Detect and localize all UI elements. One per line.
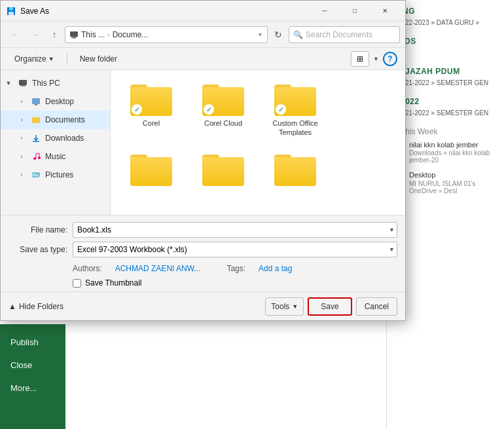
expander-desktop-icon: › bbox=[16, 96, 27, 107]
bg-section-3-sub: A 2021-2022 » SEMESTER GEN bbox=[392, 79, 499, 88]
view-icon: ⊞ bbox=[357, 54, 363, 64]
breadcrumb-chevron-icon: ▼ bbox=[257, 31, 263, 38]
svg-rect-12 bbox=[33, 141, 39, 142]
bg-section-4-sub: A 2021-2022 » SEMESTER GEN bbox=[392, 109, 499, 118]
svg-rect-8 bbox=[32, 98, 40, 104]
forward-icon: → bbox=[31, 29, 39, 39]
organize-label: Organize bbox=[14, 54, 46, 64]
file-grid: ✓ Corel ✓ Corel Cloud ✓ C bbox=[111, 70, 405, 215]
svg-rect-2 bbox=[9, 12, 14, 15]
bg-recent-1: nilai kkn kolab jember Downloads » nilai… bbox=[392, 140, 499, 164]
bg-section-2-title: oads bbox=[392, 37, 499, 46]
organize-button[interactable]: Organize ▼ bbox=[9, 51, 60, 67]
savetype-input[interactable] bbox=[73, 242, 397, 257]
search-placeholder: Search Documents bbox=[306, 30, 372, 39]
folder-corel[interactable]: ✓ Corel bbox=[118, 78, 184, 141]
svg-rect-1 bbox=[9, 7, 13, 10]
computer-icon bbox=[18, 78, 28, 88]
expander-pictures-icon: › bbox=[16, 170, 27, 180]
breadcrumb: This ... › Docume... ▼ bbox=[65, 26, 268, 43]
sidebar-item-desktop[interactable]: › Desktop bbox=[1, 92, 110, 111]
sidebar: ▼ This PC › Desktop bbox=[1, 70, 111, 215]
folder-custom-office[interactable]: ✓ Custom Office Templates bbox=[262, 78, 328, 141]
folder-custom-office-name: Custom Office Templates bbox=[265, 119, 325, 138]
svg-rect-11 bbox=[32, 117, 35, 119]
folder-icon-corel: ✓ bbox=[130, 82, 172, 116]
expander-music-icon: › bbox=[16, 151, 27, 162]
search-box[interactable]: 🔍 Search Documents bbox=[289, 26, 400, 43]
filename-input-wrap: ▼ bbox=[73, 222, 397, 238]
meta-row: Authors: ACHMAD ZAENI ANW... Tags: Add a… bbox=[9, 261, 397, 276]
bg-recent-2-name: Desktop bbox=[409, 170, 499, 179]
savetype-input-wrap: ▼ bbox=[73, 242, 397, 257]
hide-folders-arrow-icon: ▲ bbox=[9, 302, 16, 311]
toolbar-right: ⊞ ▼ ? bbox=[351, 51, 397, 67]
close-button[interactable]: ✕ bbox=[370, 1, 400, 22]
folder-4[interactable] bbox=[118, 148, 184, 193]
hide-folders-button[interactable]: ▲ Hide Folders bbox=[9, 302, 63, 311]
save-button[interactable]: Save bbox=[308, 297, 351, 316]
folder-corel-cloud-name: Corel Cloud bbox=[204, 119, 242, 128]
folder-5[interactable] bbox=[190, 148, 256, 193]
thumbnail-row: Save Thumbnail bbox=[9, 276, 397, 291]
tools-dropdown-icon: ▼ bbox=[292, 303, 298, 310]
action-bar: ▲ Hide Folders Tools ▼ Save Cancel bbox=[1, 291, 405, 320]
folder-6[interactable] bbox=[262, 148, 328, 193]
svg-rect-3 bbox=[70, 31, 78, 37]
refresh-icon: ↻ bbox=[274, 29, 282, 40]
bg-recent-2: Desktop MI NURUL ISLAM 01's OneDrive » D… bbox=[392, 170, 499, 194]
folder-icon-corel-cloud: ✓ bbox=[202, 82, 244, 116]
sidebar-item-this-pc[interactable]: ▼ This PC bbox=[1, 74, 110, 92]
folder-icon-custom-office: ✓ bbox=[274, 82, 316, 116]
sidebar-label-pictures: Pictures bbox=[45, 170, 105, 179]
sidebar-item-pictures[interactable]: › Pictures bbox=[1, 166, 110, 184]
sidebar-item-documents[interactable]: › Documents bbox=[1, 111, 110, 129]
up-button[interactable]: ↑ bbox=[45, 26, 63, 44]
folder-corel-cloud[interactable]: ✓ Corel Cloud bbox=[190, 78, 256, 141]
maximize-button[interactable]: □ bbox=[340, 1, 370, 22]
bg-section-4: U 2022 A 2021-2022 » SEMESTER GEN bbox=[392, 97, 499, 118]
svg-rect-6 bbox=[19, 80, 27, 85]
nav-bar: ← → ↑ This ... › Docume... ▼ ↻ 🔍 Search … bbox=[1, 22, 405, 48]
up-icon: ↑ bbox=[52, 29, 57, 39]
left-menu-publish[interactable]: Publish bbox=[0, 331, 65, 354]
bg-section-1: TANG A 2022-2023 » DATA GURU » bbox=[392, 7, 499, 28]
minimize-button[interactable]: ─ bbox=[310, 1, 340, 22]
tools-button[interactable]: Tools ▼ bbox=[265, 297, 304, 316]
action-right: Tools ▼ Save Cancel bbox=[265, 297, 397, 316]
sidebar-item-downloads[interactable]: › Downloads bbox=[1, 129, 110, 147]
folder-icon-6 bbox=[274, 152, 316, 186]
bg-section-4-title: U 2022 bbox=[392, 97, 499, 106]
authors-value[interactable]: ACHMAD ZAENI ANW... bbox=[115, 264, 201, 273]
organize-dropdown-icon: ▼ bbox=[48, 56, 54, 62]
tools-label: Tools bbox=[271, 302, 289, 311]
help-button[interactable]: ? bbox=[383, 52, 397, 66]
filename-input[interactable] bbox=[73, 222, 397, 238]
filename-row: File name: ▼ bbox=[9, 222, 397, 238]
savetype-label: Save as type: bbox=[9, 245, 67, 254]
add-tag-link[interactable]: Add a tag bbox=[259, 264, 292, 273]
left-menu-more[interactable]: More... bbox=[0, 377, 65, 400]
refresh-button[interactable]: ↻ bbox=[269, 26, 287, 44]
desktop-icon bbox=[31, 96, 41, 107]
svg-rect-5 bbox=[73, 38, 75, 39]
left-menu-close[interactable]: Close bbox=[0, 354, 65, 377]
svg-rect-9 bbox=[35, 104, 37, 105]
search-icon: 🔍 bbox=[293, 30, 303, 39]
bg-section-2: oads ds bbox=[392, 37, 499, 58]
thumbnail-checkbox[interactable] bbox=[73, 279, 81, 288]
view-button[interactable]: ⊞ bbox=[351, 51, 369, 67]
expander-icon: ▼ bbox=[3, 78, 14, 88]
bg-recent-1-name: nilai kkn kolab jember bbox=[409, 140, 499, 149]
bg-section-3-title: SI IJAZAH PDUM bbox=[392, 67, 499, 76]
check-badge-custom-office: ✓ bbox=[276, 104, 286, 115]
sidebar-item-music[interactable]: › Music bbox=[1, 147, 110, 166]
new-folder-button[interactable]: New folder bbox=[74, 51, 123, 67]
breadcrumb-part2: Docume... bbox=[113, 30, 149, 39]
sidebar-label-documents: Documents bbox=[45, 115, 105, 124]
cancel-button[interactable]: Cancel bbox=[356, 297, 397, 316]
back-button[interactable]: ← bbox=[6, 26, 24, 44]
pictures-icon bbox=[31, 170, 41, 180]
forward-button[interactable]: → bbox=[26, 26, 44, 44]
downloads-icon bbox=[31, 133, 41, 143]
